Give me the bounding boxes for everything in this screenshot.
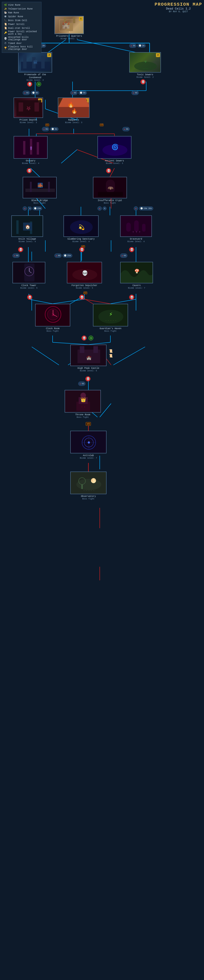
conn-x1: x1 (45, 124, 49, 126)
slumber-label: Slumbering Sanctuary (67, 237, 94, 240)
svg-rect-62 (26, 189, 55, 192)
ancient-sublabel: Biome level: 3 (106, 162, 123, 165)
power-scroll-icon: 📜 (4, 23, 7, 26)
toxic-sublabel: Biome level: 2 (137, 76, 154, 78)
node-ancient: 3 🌀 Ancient Sewers Biome level: 3 (97, 136, 131, 165)
legend: 🌿 Vine Rune ✨ Teleportation Rune 🐏 Ram R… (2, 2, 41, 53)
conn-skull-cavern: 💀 (129, 295, 134, 300)
key-scroll-icon: 🔑 (4, 31, 7, 35)
conn-x5: x5 (86, 422, 91, 426)
legend-item: 🔑 Power Scroll unlocked with a key (4, 30, 40, 35)
badge-cells-5c: ☠ 6G (120, 253, 128, 258)
badge-skull-4b: ☠ (97, 206, 102, 211)
svg-rect-41 (41, 56, 45, 68)
badge-cells-60c: ☠ 6G (131, 91, 139, 95)
svg-text:⛧: ⛧ (26, 106, 31, 112)
svg-line-159 (110, 299, 136, 304)
svg-text:🦇: 🦇 (107, 185, 114, 191)
timed-door-icon: ⏱ (4, 42, 7, 45)
legend-item: 🏆 Flawless boss kill challenge door (4, 46, 40, 51)
svg-line-154 (29, 299, 53, 304)
svg-text:🌕: 🌕 (91, 478, 96, 484)
forsepul-label: Forgotten Sepulcher (72, 284, 97, 287)
node-highpeak: 6 🏰 High Peak Castle Biome level: 6 (70, 345, 107, 372)
node-astrollab: 7 ✦ Astrolab Biome level: 7 (70, 431, 107, 459)
svg-line-28 (100, 404, 111, 417)
promenade-label: Promenade of the Condemned (18, 73, 52, 79)
guardian-label: Guardian's Haven (99, 327, 121, 330)
throneroom-sublabel: Boss fight (76, 416, 89, 418)
svg-rect-79 (126, 223, 131, 232)
guardian-sublabel: Boss fight (104, 330, 116, 332)
toxic-label: Toxic Sewers (137, 73, 153, 76)
svg-rect-64 (48, 182, 50, 192)
svg-text:💫: 💫 (78, 224, 85, 231)
badge-time-8m: 🕐 8m (31, 91, 39, 95)
node-slumber: 4 💫 Slumbering Sanctuary Biome level: 4 (64, 215, 99, 243)
svg-text:~ ~ ~ ~ ~: ~ ~ ~ ~ ~ (83, 490, 94, 492)
svg-text:✝ ✝ ✝: ✝ ✝ ✝ (132, 231, 140, 234)
node-forsepul: 5 💀 ~~~~~ Forgotten Sepulcher Biome leve… (67, 262, 102, 289)
conn-skull-ancient: 💀 (106, 168, 111, 173)
svg-rect-34 (66, 23, 73, 31)
astrollab-label: Astrolab (83, 454, 94, 457)
flawless-boss-icon: 🏆 (4, 46, 7, 49)
clockroom-label: Clock Room (46, 327, 59, 330)
svg-rect-47 (19, 102, 23, 111)
spider-rune-icon: 🕷 (4, 15, 7, 18)
badge-row-5a: ☠ 6G (13, 253, 20, 258)
svg-text:☣: ☣ (144, 59, 147, 64)
unscathed-kills-icon: 💀 (4, 37, 7, 40)
highpeak-label: High Peak Castle (78, 367, 99, 370)
scroll-icon-2: 📜 (109, 354, 113, 358)
prisoners-sublabel: Biome level: 1 (61, 38, 78, 40)
conn-skull-throneroom: 💀 (86, 376, 91, 381)
svg-text:🔥: 🔥 (71, 108, 78, 114)
skull-icon-5: 💀 (18, 247, 23, 252)
blackbridge-sublabel: Boss fight (33, 202, 46, 204)
svg-rect-35 (64, 18, 66, 23)
skull-icon-1: 💀 (27, 82, 32, 87)
prison-sublabel: Biome level: 3 (20, 121, 37, 124)
skull-icon-2: 💀 (140, 80, 145, 84)
node-graveyard: 4 ✝ ✝ ✝ Graveyard Biome level: 4 (120, 215, 152, 243)
promenade-sublabel: Biome level: 2 (27, 79, 44, 81)
stilt-label: Stilt Village (18, 237, 36, 240)
flask-icon-2: ⚗ (88, 336, 93, 340)
conn-skull-promenade: 💀 (27, 82, 32, 87)
badge-time-4c: 🕐 19m 30s (139, 207, 153, 210)
skull-icon-6: 💀 (79, 247, 84, 252)
clocktower-sublabel: Biome level: 5 (21, 287, 38, 289)
node-guardian: ⚡ ~ ~ ~ ~ ~ Guardian's Haven Boss fight (93, 304, 128, 332)
conn-flask-promenade: ⚗ (36, 82, 41, 87)
svg-line-157 (84, 299, 110, 304)
svg-point-123 (76, 479, 101, 490)
ossuary-sublabel: Biome level: 4 (22, 162, 39, 165)
svg-text:🌉: 🌉 (37, 183, 43, 188)
conn-skull-graveyard: 💀 (129, 247, 134, 252)
conn-skull-highpeak: 💀 (81, 336, 87, 340)
conn-x2-forsepul: x2 (83, 291, 87, 294)
stilt-sublabel: Biome level: 4 (19, 240, 36, 243)
svg-text:💀: 💀 (82, 270, 88, 276)
svg-line-156 (53, 299, 84, 304)
badge-cells-5b: ☠ 6G (54, 253, 62, 258)
badge-time-8mc: 🕐 8m (50, 127, 59, 131)
badge-row-left-2: ☠ 6G 🕐 8m (23, 91, 39, 95)
badge-cells-5a: ☠ 6G (13, 253, 20, 258)
node-ramparts: 3 🔥 Ramparts Biome level: 3 (58, 97, 89, 124)
skull-icon-10: 💀 (129, 295, 134, 300)
badge-row-right-1: ☠ 3G 🕐 2m (129, 43, 146, 48)
node-prison: 3 ⛧ Prison Depths Biome level: 3 (14, 97, 43, 124)
svg-text:⚔ ⚔: ⚔ ⚔ (81, 406, 85, 408)
observatory-label: Observatory (81, 495, 96, 498)
svg-rect-63 (30, 182, 32, 192)
svg-line-23 (32, 347, 59, 365)
skull-icon-3: 💀 (27, 168, 32, 173)
graveyard-label: Graveyard (130, 237, 142, 240)
teleportation-rune-icon: ✨ (4, 7, 7, 10)
ramparts-label: Ramparts (68, 119, 79, 121)
svg-text:~ ~ ~ ~ ~: ~ ~ ~ ~ ~ (105, 320, 116, 322)
throneroom-label: Throne Room (75, 413, 90, 416)
highpeak-scrolls: 📜 📜 (109, 349, 113, 358)
